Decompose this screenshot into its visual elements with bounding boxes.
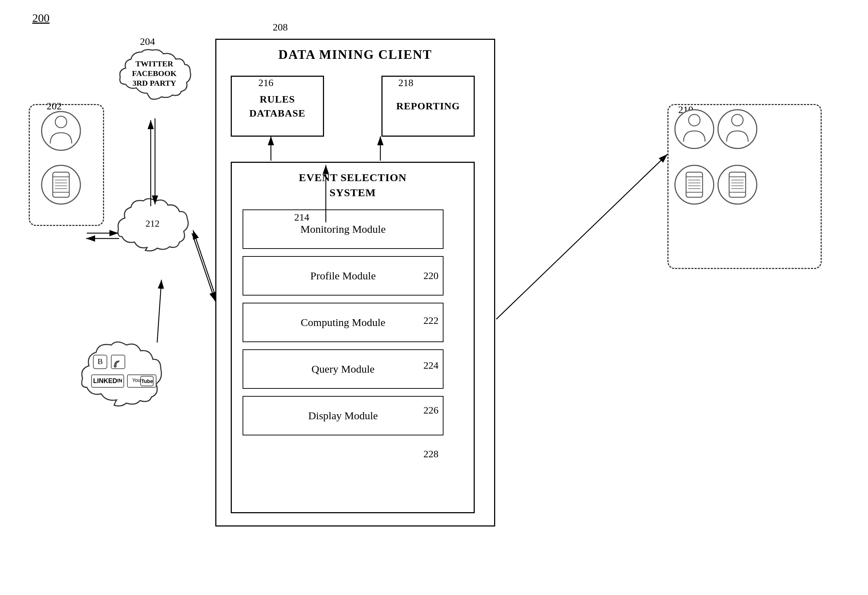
left-user-group <box>29 104 104 226</box>
query-module-label: Query Module <box>311 363 375 375</box>
reporting-label: REPORTING <box>396 100 460 112</box>
svg-line-49 <box>193 230 216 298</box>
cloud-212: 212 <box>118 199 188 251</box>
cloud-206: B LINKEDIN You Tube <box>82 342 161 406</box>
svg-line-52 <box>157 280 161 343</box>
svg-rect-12 <box>141 376 153 386</box>
computing-module-box: Computing Module <box>242 303 443 342</box>
right-user-group <box>667 104 822 269</box>
profile-module-box: Profile Module <box>242 256 443 296</box>
label-212: 212 <box>154 215 169 227</box>
label-228: 228 <box>424 448 438 460</box>
svg-rect-8 <box>92 375 124 387</box>
ess-title: EVENT SELECTIONSYSTEM <box>232 170 474 200</box>
reporting-box: REPORTING <box>381 76 475 137</box>
label-222: 222 <box>424 315 438 326</box>
diagram: 200 DATA MINING CLIENT RULESDATABASE REP… <box>0 0 868 595</box>
svg-text:LINKEDIN: LINKEDIN <box>93 377 123 384</box>
svg-point-7 <box>114 365 117 368</box>
label-218: 218 <box>398 77 413 88</box>
query-module-box: Query Module <box>242 349 443 389</box>
svg-rect-10 <box>127 375 156 387</box>
main-label: 200 <box>32 12 50 25</box>
monitoring-module-box: Monitoring Module <box>242 209 443 249</box>
cloud-204: TWITTER FACEBOOK 3RD PARTY <box>120 50 190 99</box>
label-208: 208 <box>273 22 288 33</box>
computing-module-label: Computing Module <box>301 316 385 328</box>
profile-module-label: Profile Module <box>310 270 376 282</box>
ess-box: EVENT SELECTIONSYSTEM Monitoring Module … <box>231 162 475 513</box>
svg-line-48 <box>192 233 215 301</box>
svg-text:TWITTER: TWITTER <box>135 59 173 68</box>
display-module-box: Display Module <box>242 396 443 435</box>
label-206: 206 <box>88 362 103 374</box>
label-220: 220 <box>424 270 438 281</box>
label-216: 216 <box>258 77 273 88</box>
label-226: 226 <box>424 405 438 416</box>
monitoring-module-label: Monitoring Module <box>300 223 386 235</box>
label-224: 224 <box>424 360 438 371</box>
svg-line-56 <box>496 154 667 319</box>
svg-text:3RD PARTY: 3RD PARTY <box>133 78 176 87</box>
svg-rect-6 <box>111 355 125 369</box>
svg-text:Tube: Tube <box>142 379 153 384</box>
display-module-label: Display Module <box>308 409 378 422</box>
rules-db-box: RULESDATABASE <box>231 76 324 137</box>
dmc-title: DATA MINING CLIENT <box>216 47 494 62</box>
label-204: 204 <box>140 36 155 47</box>
rules-db-label: RULESDATABASE <box>249 92 306 120</box>
dmc-box: DATA MINING CLIENT RULESDATABASE REPORTI… <box>215 39 495 526</box>
svg-text:FACEBOOK: FACEBOOK <box>132 69 177 78</box>
label-214: 214 <box>294 212 309 223</box>
svg-text:You: You <box>132 377 141 383</box>
